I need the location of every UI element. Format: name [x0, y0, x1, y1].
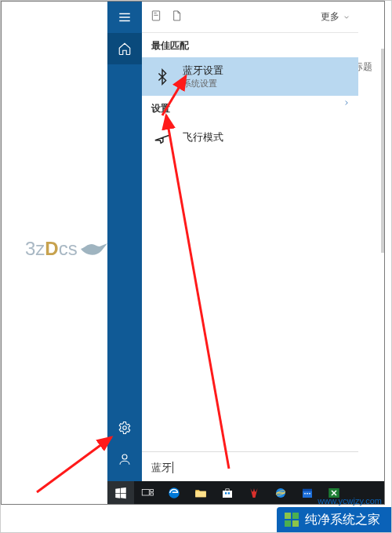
taskbar-store[interactable] [214, 481, 241, 504]
home-icon [118, 42, 132, 56]
svg-rect-17 [309, 493, 310, 495]
more-label: 更多 [321, 10, 339, 24]
home-button[interactable] [107, 33, 142, 64]
bluetooth-icon [154, 68, 171, 86]
svg-rect-14 [303, 491, 312, 497]
section-settings-row[interactable]: 设置 [142, 96, 358, 120]
annotation-arrow-start [33, 425, 119, 496]
svg-rect-7 [195, 491, 206, 497]
svg-rect-10 [228, 492, 230, 494]
ie-icon [274, 486, 288, 500]
airplane-icon [154, 129, 171, 146]
svg-rect-5 [151, 493, 154, 495]
screenshot-frame: 标题 [1, 1, 385, 505]
svg-rect-9 [225, 492, 227, 494]
taskbar-taskview[interactable] [134, 481, 161, 504]
hamburger-button[interactable] [107, 2, 142, 33]
new-document-icon[interactable] [170, 9, 183, 25]
footer-logo-icon [285, 513, 299, 527]
result-airplane-mode[interactable]: 飞行模式 [142, 120, 358, 155]
page-root: 标题 [0, 0, 392, 533]
account-button[interactable] [107, 444, 142, 475]
taskview-icon [140, 486, 154, 500]
results-header: 更多 [142, 2, 358, 33]
settings-button[interactable] [107, 412, 142, 444]
page-icon[interactable] [150, 9, 162, 25]
watermark-bird-icon [79, 237, 111, 261]
result-title: 蓝牙设置 [183, 64, 223, 78]
search-results-panel: 更多 最佳匹配 蓝牙设置 系统设置 设置 飞行模式 [142, 2, 358, 483]
svg-point-0 [123, 426, 127, 430]
result-bluetooth-settings[interactable]: 蓝牙设置 系统设置 [142, 57, 358, 96]
taskbar-ie[interactable] [267, 481, 294, 504]
folder-icon [194, 486, 208, 500]
taskbar-explorer[interactable] [187, 481, 214, 504]
text-caret [172, 462, 173, 473]
section-best-match: 最佳匹配 [142, 33, 358, 57]
windows-logo-icon [114, 486, 128, 500]
gear-icon [118, 421, 132, 435]
footer-brand-text: 纯净系统之家 [305, 512, 380, 528]
hamburger-icon [118, 10, 132, 24]
svg-rect-15 [304, 493, 306, 495]
start-left-rail [107, 2, 142, 483]
edge-icon [167, 486, 181, 500]
taskbar-start-button[interactable] [107, 481, 134, 504]
user-icon [118, 452, 132, 466]
taskbar-calendar[interactable] [294, 481, 321, 504]
taskbar-edge[interactable] [161, 481, 187, 504]
section-settings: 设置 [151, 102, 170, 115]
svg-rect-16 [307, 493, 308, 495]
search-value: 蓝牙 [151, 461, 172, 475]
more-dropdown[interactable]: 更多 [321, 10, 350, 24]
search-box[interactable]: 蓝牙 [142, 451, 358, 483]
svg-rect-8 [223, 491, 232, 498]
calendar-icon [300, 486, 314, 500]
edge-scrollbar [365, 2, 384, 505]
result-subtitle: 系统设置 [183, 78, 223, 89]
svg-point-1 [122, 455, 127, 459]
wps-icon [247, 486, 261, 500]
footer-url: www.ycwjzy.com [318, 496, 382, 506]
footer-brand: 纯净系统之家 [277, 507, 391, 532]
svg-rect-2 [152, 11, 159, 20]
result-title: 飞行模式 [183, 130, 223, 144]
store-icon [220, 486, 234, 500]
chevron-right-icon [343, 99, 350, 107]
taskbar-wps[interactable] [241, 481, 267, 504]
svg-rect-4 [151, 489, 154, 491]
watermark: 3zDcs [25, 237, 111, 261]
chevron-down-icon [343, 13, 350, 21]
svg-rect-3 [142, 489, 149, 495]
